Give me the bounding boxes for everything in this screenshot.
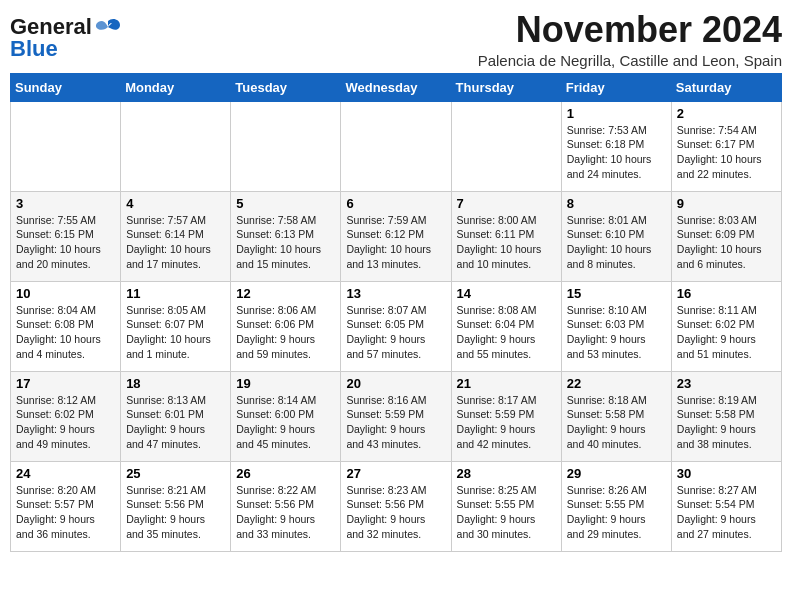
calendar-cell: 13Sunrise: 8:07 AM Sunset: 6:05 PM Dayli… [341, 281, 451, 371]
calendar-cell: 11Sunrise: 8:05 AM Sunset: 6:07 PM Dayli… [121, 281, 231, 371]
calendar-cell [121, 101, 231, 191]
day-number: 28 [457, 466, 556, 481]
calendar-cell: 20Sunrise: 8:16 AM Sunset: 5:59 PM Dayli… [341, 371, 451, 461]
day-number: 1 [567, 106, 666, 121]
calendar-cell: 10Sunrise: 8:04 AM Sunset: 6:08 PM Dayli… [11, 281, 121, 371]
header-thursday: Thursday [451, 73, 561, 101]
calendar-cell: 2Sunrise: 7:54 AM Sunset: 6:17 PM Daylig… [671, 101, 781, 191]
calendar-cell [11, 101, 121, 191]
calendar-cell: 21Sunrise: 8:17 AM Sunset: 5:59 PM Dayli… [451, 371, 561, 461]
day-info: Sunrise: 8:12 AM Sunset: 6:02 PM Dayligh… [16, 393, 115, 452]
day-number: 9 [677, 196, 776, 211]
day-info: Sunrise: 7:55 AM Sunset: 6:15 PM Dayligh… [16, 213, 115, 272]
calendar-cell [231, 101, 341, 191]
day-info: Sunrise: 7:58 AM Sunset: 6:13 PM Dayligh… [236, 213, 335, 272]
logo-bird-icon [94, 17, 122, 37]
day-info: Sunrise: 8:22 AM Sunset: 5:56 PM Dayligh… [236, 483, 335, 542]
day-info: Sunrise: 8:23 AM Sunset: 5:56 PM Dayligh… [346, 483, 445, 542]
day-info: Sunrise: 7:57 AM Sunset: 6:14 PM Dayligh… [126, 213, 225, 272]
day-number: 11 [126, 286, 225, 301]
day-number: 22 [567, 376, 666, 391]
day-info: Sunrise: 8:19 AM Sunset: 5:58 PM Dayligh… [677, 393, 776, 452]
calendar-cell: 29Sunrise: 8:26 AM Sunset: 5:55 PM Dayli… [561, 461, 671, 551]
header-tuesday: Tuesday [231, 73, 341, 101]
day-number: 8 [567, 196, 666, 211]
day-number: 10 [16, 286, 115, 301]
calendar-cell: 17Sunrise: 8:12 AM Sunset: 6:02 PM Dayli… [11, 371, 121, 461]
day-info: Sunrise: 8:17 AM Sunset: 5:59 PM Dayligh… [457, 393, 556, 452]
day-info: Sunrise: 8:25 AM Sunset: 5:55 PM Dayligh… [457, 483, 556, 542]
calendar-cell: 30Sunrise: 8:27 AM Sunset: 5:54 PM Dayli… [671, 461, 781, 551]
calendar-cell: 19Sunrise: 8:14 AM Sunset: 6:00 PM Dayli… [231, 371, 341, 461]
calendar-cell: 4Sunrise: 7:57 AM Sunset: 6:14 PM Daylig… [121, 191, 231, 281]
day-number: 20 [346, 376, 445, 391]
calendar-cell: 5Sunrise: 7:58 AM Sunset: 6:13 PM Daylig… [231, 191, 341, 281]
logo: General Blue [10, 10, 122, 62]
day-number: 16 [677, 286, 776, 301]
day-info: Sunrise: 8:26 AM Sunset: 5:55 PM Dayligh… [567, 483, 666, 542]
day-info: Sunrise: 8:00 AM Sunset: 6:11 PM Dayligh… [457, 213, 556, 272]
calendar-cell: 23Sunrise: 8:19 AM Sunset: 5:58 PM Dayli… [671, 371, 781, 461]
day-number: 26 [236, 466, 335, 481]
calendar-cell: 26Sunrise: 8:22 AM Sunset: 5:56 PM Dayli… [231, 461, 341, 551]
calendar-cell: 8Sunrise: 8:01 AM Sunset: 6:10 PM Daylig… [561, 191, 671, 281]
day-number: 6 [346, 196, 445, 211]
day-info: Sunrise: 8:16 AM Sunset: 5:59 PM Dayligh… [346, 393, 445, 452]
day-number: 21 [457, 376, 556, 391]
calendar-cell: 6Sunrise: 7:59 AM Sunset: 6:12 PM Daylig… [341, 191, 451, 281]
day-number: 24 [16, 466, 115, 481]
day-info: Sunrise: 8:01 AM Sunset: 6:10 PM Dayligh… [567, 213, 666, 272]
day-info: Sunrise: 8:13 AM Sunset: 6:01 PM Dayligh… [126, 393, 225, 452]
day-info: Sunrise: 8:10 AM Sunset: 6:03 PM Dayligh… [567, 303, 666, 362]
header-friday: Friday [561, 73, 671, 101]
day-number: 17 [16, 376, 115, 391]
calendar-header-row: Sunday Monday Tuesday Wednesday Thursday… [11, 73, 782, 101]
day-info: Sunrise: 8:21 AM Sunset: 5:56 PM Dayligh… [126, 483, 225, 542]
calendar-table: Sunday Monday Tuesday Wednesday Thursday… [10, 73, 782, 552]
location-subtitle: Palencia de Negrilla, Castille and Leon,… [478, 52, 782, 69]
calendar-cell [451, 101, 561, 191]
day-info: Sunrise: 7:53 AM Sunset: 6:18 PM Dayligh… [567, 123, 666, 182]
day-number: 12 [236, 286, 335, 301]
calendar-cell [341, 101, 451, 191]
day-number: 15 [567, 286, 666, 301]
header: General Blue November 2024 Palencia de N… [10, 10, 782, 69]
day-number: 3 [16, 196, 115, 211]
title-block: November 2024 Palencia de Negrilla, Cast… [478, 10, 782, 69]
header-saturday: Saturday [671, 73, 781, 101]
calendar-cell: 12Sunrise: 8:06 AM Sunset: 6:06 PM Dayli… [231, 281, 341, 371]
day-info: Sunrise: 8:04 AM Sunset: 6:08 PM Dayligh… [16, 303, 115, 362]
calendar-week-3: 10Sunrise: 8:04 AM Sunset: 6:08 PM Dayli… [11, 281, 782, 371]
day-number: 27 [346, 466, 445, 481]
calendar-cell: 18Sunrise: 8:13 AM Sunset: 6:01 PM Dayli… [121, 371, 231, 461]
day-info: Sunrise: 8:07 AM Sunset: 6:05 PM Dayligh… [346, 303, 445, 362]
day-number: 4 [126, 196, 225, 211]
calendar-cell: 3Sunrise: 7:55 AM Sunset: 6:15 PM Daylig… [11, 191, 121, 281]
day-info: Sunrise: 8:14 AM Sunset: 6:00 PM Dayligh… [236, 393, 335, 452]
calendar-cell: 9Sunrise: 8:03 AM Sunset: 6:09 PM Daylig… [671, 191, 781, 281]
day-number: 19 [236, 376, 335, 391]
day-number: 14 [457, 286, 556, 301]
calendar-week-2: 3Sunrise: 7:55 AM Sunset: 6:15 PM Daylig… [11, 191, 782, 281]
day-info: Sunrise: 8:08 AM Sunset: 6:04 PM Dayligh… [457, 303, 556, 362]
calendar-cell: 25Sunrise: 8:21 AM Sunset: 5:56 PM Dayli… [121, 461, 231, 551]
day-number: 23 [677, 376, 776, 391]
day-info: Sunrise: 7:54 AM Sunset: 6:17 PM Dayligh… [677, 123, 776, 182]
day-number: 5 [236, 196, 335, 211]
day-info: Sunrise: 8:27 AM Sunset: 5:54 PM Dayligh… [677, 483, 776, 542]
day-number: 18 [126, 376, 225, 391]
day-info: Sunrise: 8:06 AM Sunset: 6:06 PM Dayligh… [236, 303, 335, 362]
calendar-week-5: 24Sunrise: 8:20 AM Sunset: 5:57 PM Dayli… [11, 461, 782, 551]
header-monday: Monday [121, 73, 231, 101]
day-number: 30 [677, 466, 776, 481]
calendar-cell: 14Sunrise: 8:08 AM Sunset: 6:04 PM Dayli… [451, 281, 561, 371]
header-sunday: Sunday [11, 73, 121, 101]
calendar-cell: 22Sunrise: 8:18 AM Sunset: 5:58 PM Dayli… [561, 371, 671, 461]
calendar-cell: 1Sunrise: 7:53 AM Sunset: 6:18 PM Daylig… [561, 101, 671, 191]
day-number: 7 [457, 196, 556, 211]
day-number: 2 [677, 106, 776, 121]
day-info: Sunrise: 8:03 AM Sunset: 6:09 PM Dayligh… [677, 213, 776, 272]
day-info: Sunrise: 7:59 AM Sunset: 6:12 PM Dayligh… [346, 213, 445, 272]
month-title: November 2024 [478, 10, 782, 50]
day-number: 13 [346, 286, 445, 301]
